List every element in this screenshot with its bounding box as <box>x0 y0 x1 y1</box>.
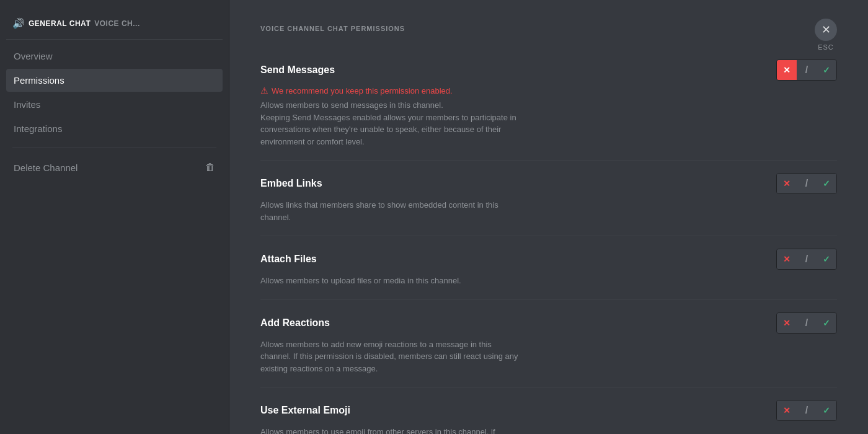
delete-channel-label: Delete Channel <box>14 162 78 173</box>
permission-item-send-messages: Send Messages✕/✓⚠ We recommend you keep … <box>260 47 837 161</box>
permission-desc-embed-links: Allows links that members share to show … <box>260 199 521 223</box>
permission-name-attach-files: Attach Files <box>260 254 317 265</box>
sidebar: 🔊 GENERAL CHAT VOICE CH... OverviewPermi… <box>0 0 229 434</box>
neutral-btn-send-messages[interactable]: / <box>797 60 817 80</box>
close-area: ✕ ESC <box>815 19 837 51</box>
allow-btn-send-messages[interactable]: ✓ <box>817 60 836 80</box>
permission-desc-attach-files: Allows members to upload files or media … <box>260 275 521 287</box>
sidebar-item-integrations[interactable]: Integrations <box>6 117 223 140</box>
permission-desc-use-external-emoji: Allows members to use emoji from other s… <box>260 426 521 434</box>
permission-header-send-messages: Send Messages✕/✓ <box>260 60 837 81</box>
section-title: VOICE CHANNEL CHAT PERMISSIONS <box>260 25 837 32</box>
permission-warning-send-messages: ⚠ We recommend you keep this permission … <box>260 86 837 95</box>
deny-btn-attach-files[interactable]: ✕ <box>777 249 797 269</box>
permission-name-add-reactions: Add Reactions <box>260 317 330 329</box>
permission-header-use-external-emoji: Use External Emoji✕/✓ <box>260 400 837 421</box>
toggle-group-use-external-emoji: ✕/✓ <box>776 400 837 421</box>
esc-label: ESC <box>818 43 834 51</box>
channel-name-voice: VOICE CH... <box>94 19 140 28</box>
sidebar-item-overview[interactable]: Overview <box>6 45 223 68</box>
trash-icon: 🗑 <box>205 162 215 173</box>
delete-channel-button[interactable]: Delete Channel 🗑 <box>6 156 223 179</box>
permission-item-attach-files: Attach Files✕/✓Allows members to upload … <box>260 236 837 300</box>
sidebar-item-invites[interactable]: Invites <box>6 93 223 116</box>
permission-name-use-external-emoji: Use External Emoji <box>260 405 350 416</box>
channel-header: 🔊 GENERAL CHAT VOICE CH... <box>6 12 223 40</box>
deny-btn-use-external-emoji[interactable]: ✕ <box>777 401 797 420</box>
permissions-container: Send Messages✕/✓⚠ We recommend you keep … <box>260 47 837 434</box>
allow-btn-add-reactions[interactable]: ✓ <box>817 313 836 333</box>
neutral-btn-attach-files[interactable]: / <box>797 249 817 269</box>
deny-btn-add-reactions[interactable]: ✕ <box>777 313 797 333</box>
neutral-btn-use-external-emoji[interactable]: / <box>797 401 817 420</box>
toggle-group-embed-links: ✕/✓ <box>776 173 837 194</box>
permission-name-send-messages: Send Messages <box>260 64 335 76</box>
permission-desc-send-messages: Allows members to send messages in this … <box>260 99 521 112</box>
permission-item-embed-links: Embed Links✕/✓Allows links that members … <box>260 161 837 236</box>
permission-header-embed-links: Embed Links✕/✓ <box>260 173 837 194</box>
toggle-group-add-reactions: ✕/✓ <box>776 312 837 334</box>
close-button[interactable]: ✕ <box>815 19 837 41</box>
allow-btn-attach-files[interactable]: ✓ <box>817 249 836 269</box>
neutral-btn-add-reactions[interactable]: / <box>797 313 817 333</box>
permission-header-add-reactions: Add Reactions✕/✓ <box>260 312 837 334</box>
permission-item-use-external-emoji: Use External Emoji✕/✓Allows members to u… <box>260 388 837 434</box>
nav-items-container: OverviewPermissionsInvitesIntegrations <box>6 45 223 140</box>
toggle-group-send-messages: ✕/✓ <box>776 60 837 81</box>
permission-desc-add-reactions: Allows members to add new emoji reaction… <box>260 339 521 375</box>
channel-voice-icon: 🔊 <box>12 17 25 29</box>
main-content: ✕ ESC VOICE CHANNEL CHAT PERMISSIONS Sen… <box>229 0 868 434</box>
allow-btn-embed-links[interactable]: ✓ <box>817 174 836 193</box>
neutral-btn-embed-links[interactable]: / <box>797 174 817 193</box>
permission-name-embed-links: Embed Links <box>260 178 322 189</box>
nav-divider <box>12 148 216 148</box>
sidebar-item-permissions[interactable]: Permissions <box>6 69 223 92</box>
deny-btn-embed-links[interactable]: ✕ <box>777 174 797 193</box>
permission-header-attach-files: Attach Files✕/✓ <box>260 249 837 270</box>
warning-icon: ⚠ <box>260 86 268 95</box>
toggle-group-attach-files: ✕/✓ <box>776 249 837 270</box>
permission-item-add-reactions: Add Reactions✕/✓Allows members to add ne… <box>260 300 837 388</box>
allow-btn-use-external-emoji[interactable]: ✓ <box>817 401 836 420</box>
permission-extra-desc-send-messages: Keeping Send Messages enabled allows you… <box>260 112 521 148</box>
deny-btn-send-messages[interactable]: ✕ <box>777 60 797 80</box>
channel-name-general: GENERAL CHAT <box>29 19 91 28</box>
